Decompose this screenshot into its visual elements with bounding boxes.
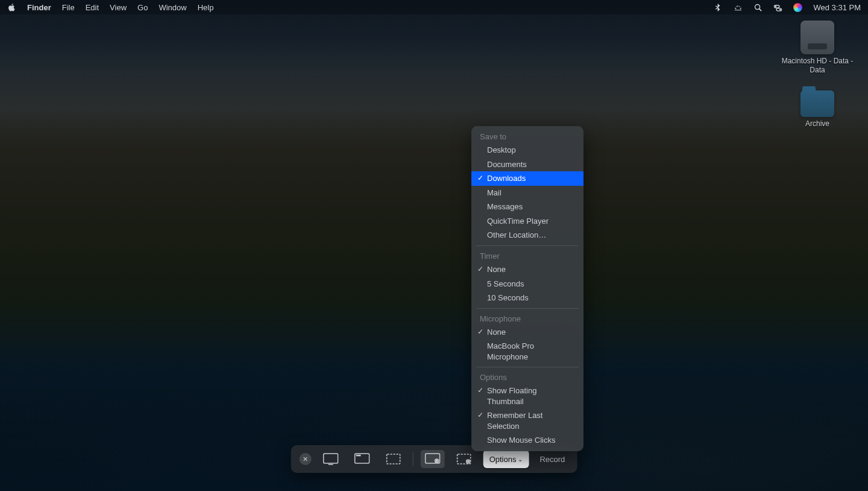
- menu-item-label: Downloads: [487, 174, 526, 183]
- spotlight-search-icon[interactable]: [753, 3, 763, 12]
- control-center-icon[interactable]: [773, 3, 782, 12]
- bluetooth-icon[interactable]: [714, 3, 723, 12]
- menu-section-header: Options: [471, 370, 583, 384]
- menu-item[interactable]: 10 Seconds: [471, 291, 583, 305]
- menu-item[interactable]: ✓Show Floating Thumbnail: [471, 384, 583, 408]
- svg-point-18: [467, 461, 469, 463]
- folder-icon: [800, 90, 834, 117]
- menu-section-header: Microphone: [471, 312, 583, 325]
- menu-section-header: Timer: [471, 249, 583, 262]
- menu-item-label: Other Location…: [487, 230, 546, 239]
- svg-point-15: [436, 460, 438, 462]
- menu-help[interactable]: Help: [198, 3, 214, 12]
- menu-item-label: 10 Seconds: [487, 293, 529, 302]
- siri-icon[interactable]: [793, 3, 802, 12]
- svg-rect-13: [426, 454, 440, 463]
- desktop-icons: Macintosh HD - Data - Data Archive: [781, 21, 854, 128]
- svg-point-9: [356, 455, 357, 456]
- capture-selected-portion-button[interactable]: [382, 450, 406, 468]
- svg-point-11: [359, 455, 360, 456]
- menu-item-label: MacBook Pro Microphone: [487, 341, 534, 361]
- menu-go[interactable]: Go: [137, 3, 148, 12]
- svg-point-5: [779, 8, 781, 10]
- menu-item-label: None: [487, 265, 506, 274]
- menu-item[interactable]: Messages: [471, 200, 583, 214]
- options-button[interactable]: Options ⌄: [483, 450, 529, 468]
- menu-item[interactable]: Documents: [471, 157, 583, 172]
- capture-selected-window-button[interactable]: [350, 450, 374, 468]
- menu-file[interactable]: File: [62, 3, 75, 12]
- record-entire-screen-button[interactable]: [421, 450, 445, 468]
- menu-item-label: Remember Last Selection: [487, 411, 542, 431]
- menu-item-label: Documents: [487, 160, 527, 169]
- desktop-icon-label: Macintosh HD - Data - Data: [781, 57, 854, 75]
- menu-window[interactable]: Window: [159, 3, 186, 12]
- harddrive-icon: [800, 21, 834, 54]
- chevron-down-icon: ⌄: [518, 456, 523, 463]
- menu-item[interactable]: 5 Seconds: [471, 277, 583, 291]
- checkmark-icon: ✓: [477, 410, 483, 420]
- svg-rect-6: [324, 454, 338, 463]
- menu-edit[interactable]: Edit: [86, 3, 99, 12]
- desktop-icon-label: Archive: [805, 119, 829, 128]
- checkmark-icon: ✓: [477, 173, 483, 183]
- menu-item[interactable]: QuickTime Player: [471, 214, 583, 229]
- svg-rect-12: [387, 454, 400, 464]
- close-button[interactable]: ✕: [300, 453, 312, 465]
- menu-item-label: Messages: [487, 202, 523, 211]
- svg-point-10: [358, 455, 359, 456]
- menu-view[interactable]: View: [110, 3, 127, 12]
- menu-section-header: Save to: [471, 130, 583, 143]
- menu-item[interactable]: Other Location…: [471, 228, 583, 242]
- toolbar-separator: [413, 452, 414, 466]
- menu-item-label: 5 Seconds: [487, 279, 524, 288]
- menubar: Finder File Edit View Go Window Help Wed…: [0, 0, 868, 14]
- apple-menu-icon[interactable]: [7, 3, 16, 12]
- menu-item-label: QuickTime Player: [487, 217, 549, 226]
- screenshot-options-menu: Save toDesktopDocuments✓DownloadsMailMes…: [471, 126, 583, 451]
- menu-item[interactable]: MacBook Pro Microphone: [471, 339, 583, 364]
- keyboard-brightness-icon[interactable]: [734, 3, 743, 12]
- record-button[interactable]: Record: [536, 455, 568, 464]
- menu-item-label: Desktop: [487, 145, 516, 154]
- active-app-name[interactable]: Finder: [27, 3, 51, 12]
- record-selected-portion-button[interactable]: [452, 450, 476, 468]
- menu-item-label: Mail: [487, 188, 502, 197]
- checkmark-icon: ✓: [477, 264, 483, 274]
- menu-item[interactable]: Mail: [471, 186, 583, 200]
- menu-item[interactable]: ✓None: [471, 262, 583, 277]
- menubar-clock[interactable]: Wed 3:31 PM: [813, 3, 861, 12]
- svg-line-1: [760, 8, 762, 11]
- menu-item-label: None: [487, 328, 506, 337]
- checkmark-icon: ✓: [477, 327, 483, 337]
- menu-item[interactable]: ✓None: [471, 325, 583, 340]
- menu-item-label: Show Floating Thumbnail: [487, 386, 536, 406]
- svg-point-0: [755, 4, 760, 9]
- checkmark-icon: ✓: [477, 385, 483, 395]
- desktop-icon-macintosh-hd[interactable]: Macintosh HD - Data - Data: [781, 21, 854, 75]
- menu-item[interactable]: ✓Remember Last Selection: [471, 408, 583, 433]
- desktop-icon-archive[interactable]: Archive: [800, 90, 834, 128]
- menu-item[interactable]: Desktop: [471, 143, 583, 157]
- options-button-label: Options: [489, 455, 517, 464]
- capture-entire-screen-button[interactable]: [319, 450, 343, 468]
- menu-item[interactable]: Show Mouse Clicks: [471, 433, 583, 448]
- svg-point-3: [775, 5, 777, 7]
- menu-item-label: Show Mouse Clicks: [487, 436, 555, 445]
- menu-item[interactable]: ✓Downloads: [471, 171, 583, 186]
- desktop-wallpaper: [0, 0, 868, 491]
